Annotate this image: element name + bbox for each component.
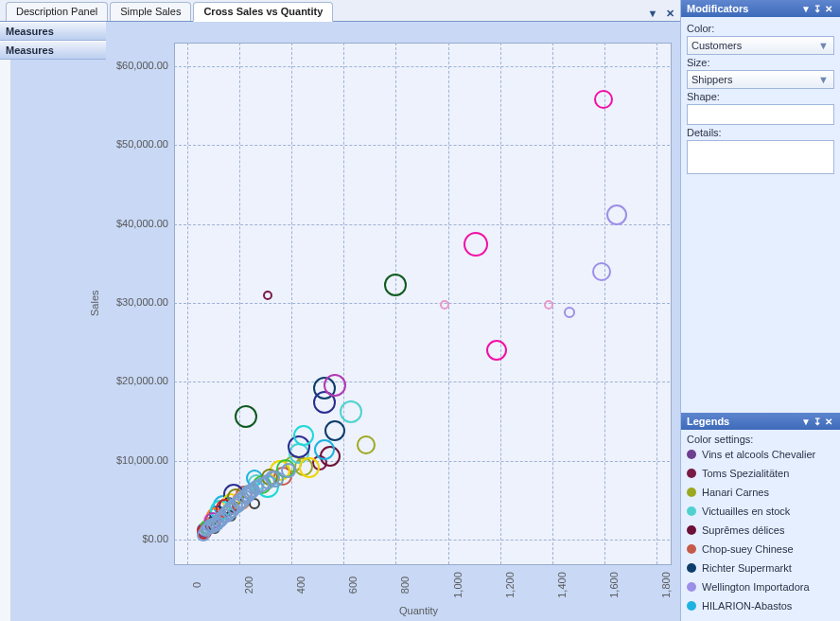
y-tick-label: $50,000.00	[106, 138, 168, 150]
y-tick-label: $0.00	[106, 533, 168, 544]
tab-cross-sales-vs-quantity[interactable]: Cross Sales vs Quantity	[193, 2, 333, 22]
data-point[interactable]	[592, 262, 611, 281]
grid-line-horizontal	[174, 303, 670, 304]
tab-simple-sales[interactable]: Simple Sales	[110, 2, 191, 21]
legend-item[interactable]: Wellington Importadora	[687, 577, 834, 596]
legend-item[interactable]: Suprêmes délices	[687, 521, 834, 540]
x-tick-label: 1,800	[660, 571, 672, 599]
chart-area[interactable]: Sales Quantity 02004006008001,0001,2001,…	[106, 22, 680, 621]
grid-line-horizontal	[174, 145, 670, 146]
legend-label: Richter Supermarkt	[702, 562, 792, 574]
legend-label: Hanari Carnes	[702, 487, 769, 498]
grid-line-horizontal	[174, 540, 670, 541]
x-tick-label: 0	[191, 571, 202, 599]
legend-item[interactable]: Richter Supermarkt	[687, 559, 834, 577]
x-tick-label: 800	[399, 571, 411, 599]
tabs-dropdown-icon[interactable]: ▼	[646, 8, 659, 21]
legend-item[interactable]: Hanari Carnes	[687, 483, 834, 502]
tab-description-panel[interactable]: Description Panel	[6, 2, 108, 21]
measures-panel: Measures Measures	[0, 22, 106, 621]
data-point[interactable]	[263, 291, 272, 300]
legend-swatch	[687, 601, 696, 611]
legend-swatch	[687, 544, 696, 554]
legends-subtitle: Color settings:	[687, 434, 834, 445]
modificators-close-icon[interactable]: ✕	[823, 4, 834, 14]
data-point[interactable]	[384, 274, 407, 296]
data-point[interactable]	[281, 463, 296, 478]
legend-swatch	[687, 450, 696, 459]
measures-gutter	[0, 60, 11, 621]
legend-label: Vins et alcools Chevalier	[702, 449, 815, 460]
shape-field-label: Shape:	[687, 91, 834, 102]
grid-line-horizontal	[174, 381, 670, 382]
data-point[interactable]	[340, 400, 362, 423]
details-field-label: Details:	[687, 127, 834, 138]
color-field[interactable]: Customers ▼	[687, 36, 834, 55]
legends-title: Legends	[687, 416, 729, 427]
grid-line-horizontal	[174, 224, 670, 225]
legends-close-icon[interactable]: ✕	[823, 417, 834, 427]
tab-close-icon[interactable]: ✕	[663, 8, 676, 21]
x-tick-label: 1,000	[452, 571, 464, 599]
data-point[interactable]	[464, 232, 488, 257]
grid-line-horizontal	[174, 461, 670, 462]
legends-dropdown-icon[interactable]: ▼	[800, 417, 812, 427]
details-field[interactable]	[687, 140, 834, 174]
measures-header-1[interactable]: Measures	[0, 22, 106, 41]
grid-line-horizontal	[174, 66, 670, 67]
x-tick-label: 600	[347, 571, 359, 599]
x-axis-title: Quantity	[399, 605, 438, 616]
y-tick-label: $60,000.00	[106, 60, 168, 71]
legend-swatch	[687, 563, 696, 573]
legend-swatch	[687, 582, 696, 592]
y-tick-label: $20,000.00	[106, 375, 168, 386]
data-point[interactable]	[293, 425, 314, 446]
color-field-label: Color:	[687, 23, 834, 34]
chevron-down-icon: ▼	[817, 74, 830, 86]
x-tick-label: 1,200	[504, 571, 516, 599]
x-tick-label: 1,600	[608, 571, 620, 599]
y-tick-label: $10,000.00	[106, 454, 168, 466]
data-point[interactable]	[235, 405, 257, 428]
measures-body	[11, 60, 106, 621]
legend-label: Chop-suey Chinese	[702, 543, 794, 555]
legend-item[interactable]: Toms Spezialitäten	[687, 464, 834, 483]
modificators-panel: Modificators ▼ ↧ ✕ Color: Customers ▼ Si…	[681, 0, 840, 178]
data-point[interactable]	[606, 204, 627, 225]
legend-label: Toms Spezialitäten	[702, 468, 789, 479]
size-field[interactable]: Shippers ▼	[687, 70, 834, 89]
legends-pin-icon[interactable]: ↧	[812, 417, 823, 427]
color-field-value: Customers	[691, 40, 742, 51]
legend-swatch	[687, 506, 696, 516]
legend-item[interactable]: Chop-suey Chinese	[687, 540, 834, 559]
modificators-title: Modificators	[687, 3, 748, 14]
data-point[interactable]	[299, 457, 320, 478]
x-tick-label: 200	[243, 571, 254, 599]
modificators-dropdown-icon[interactable]: ▼	[800, 4, 812, 14]
legends-panel: Legends ▼ ↧ ✕ Color settings: Vins et al…	[681, 413, 840, 621]
x-tick-label: 1,400	[556, 571, 568, 599]
legend-label: Victuailles en stock	[702, 506, 790, 517]
legend-label: HILARION-Abastos	[702, 600, 792, 612]
legend-item[interactable]: Victuailles en stock	[687, 502, 834, 521]
chevron-down-icon: ▼	[817, 40, 830, 52]
modificators-title-bar[interactable]: Modificators ▼ ↧ ✕	[681, 0, 840, 17]
legends-title-bar[interactable]: Legends ▼ ↧ ✕	[681, 413, 840, 430]
measures-header-2[interactable]: Measures	[0, 41, 106, 60]
data-point[interactable]	[440, 300, 449, 310]
modificators-pin-icon[interactable]: ↧	[812, 4, 823, 14]
legend-swatch	[687, 525, 696, 535]
shape-field[interactable]	[687, 104, 834, 125]
size-field-value: Shippers	[691, 74, 732, 85]
legend-label: Wellington Importadora	[702, 581, 810, 593]
y-axis-title: Sales	[89, 290, 100, 316]
size-field-label: Size:	[687, 57, 834, 68]
x-tick-label: 400	[295, 571, 306, 599]
legend-item[interactable]: HILARION-Abastos	[687, 596, 834, 615]
y-tick-label: $30,000.00	[106, 296, 168, 308]
y-tick-label: $40,000.00	[106, 218, 168, 229]
tab-strip: Description Panel Simple Sales Cross Sal…	[0, 0, 680, 22]
legend-item[interactable]: Vins et alcools Chevalier	[687, 445, 834, 464]
legend-swatch	[687, 469, 696, 478]
legend-swatch	[687, 488, 696, 497]
